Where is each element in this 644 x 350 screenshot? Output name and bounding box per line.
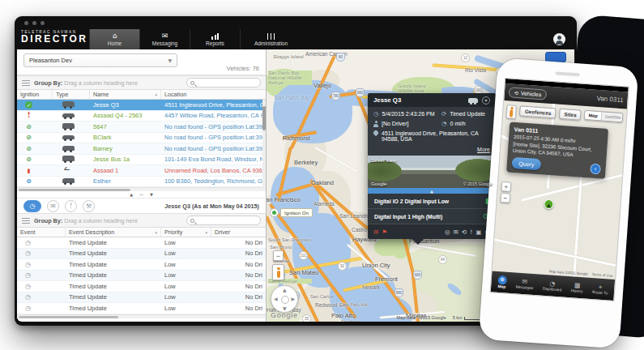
geofences-button[interactable]: Geofences (519, 105, 556, 118)
send-message-button[interactable]: ✉ (47, 200, 59, 212)
column-location[interactable]: Location (161, 90, 266, 99)
events-history-button[interactable]: ◷ (23, 200, 41, 212)
vehicle-search[interactable] (186, 78, 261, 88)
speed-gauge-icon: ◔ (441, 121, 447, 127)
more-link[interactable]: More (477, 147, 490, 152)
column-ignition[interactable]: Ignition (17, 90, 53, 99)
camera-icon[interactable]: ▣ (476, 228, 481, 236)
mobile-phone: ⟲ Vehicles Van 0311 Geofences Sites Map … (479, 58, 639, 348)
digital-io-row: Digital IO 2 Digital Input Low ▮ (368, 194, 496, 209)
vehicle-search-input[interactable] (197, 80, 254, 86)
pan-right-icon[interactable]: ▶ (291, 296, 295, 301)
table-row[interactable]: ◷ Timed Update Low No Dri (17, 303, 266, 314)
tab-messaging[interactable]: ✉ Messaging (139, 29, 190, 49)
street-view-image[interactable]: Street View Google © 2015 Google (368, 156, 496, 188)
message-icon[interactable]: ✉ (454, 228, 458, 236)
table-row[interactable]: ◷ Timed Update Low No Dri (17, 249, 266, 260)
table-row[interactable]: BClark No road found - GPS position Lat:… (17, 133, 266, 144)
alert-flag-icon[interactable]: ⚑ (382, 228, 387, 236)
phone-tab-messages[interactable]: ✉ Messages (515, 278, 534, 290)
column-event[interactable]: Event (17, 228, 66, 237)
table-row[interactable]: Esther 100 B360, Teddington, Richmond, G… (17, 177, 266, 188)
zoom-out-button[interactable]: − (500, 193, 510, 203)
panel-splitter[interactable]: ▲ — ▼ (17, 191, 266, 198)
table-row[interactable]: ◷ Timed Update Low No Dri (17, 271, 266, 282)
event-search[interactable] (186, 216, 261, 225)
alerts-button[interactable]: ! (65, 200, 77, 212)
vertical-scrollbar[interactable] (262, 100, 266, 190)
alert-envelope-icon[interactable]: ✉ (373, 228, 378, 236)
column-event-description[interactable]: Event Description (66, 228, 161, 237)
table-row[interactable]: Jesse Bus 1a 101-149 Eva Bond Road, Wind… (17, 155, 266, 166)
query-button[interactable]: Query (511, 157, 541, 170)
map-type-satellite[interactable]: Satellite (600, 112, 623, 122)
tools-button[interactable]: ⚒ (83, 200, 95, 212)
pegman-control[interactable] (272, 264, 284, 280)
sites-button[interactable]: Sites (559, 109, 582, 121)
zoom-in-button[interactable]: + (501, 181, 511, 192)
table-row[interactable]: ◷ Timed Update Low No Dri (17, 237, 266, 249)
window-minimize-button[interactable] (32, 21, 36, 25)
menu-icon[interactable] (22, 218, 30, 224)
table-row[interactable]: Assaad 1 Unnamed Road, Los Banos, CA 936… (17, 165, 266, 177)
clock-icon: ◷ (25, 293, 31, 301)
event-search-input[interactable] (197, 218, 254, 224)
pan-control[interactable]: ▲ ▼ ◀ ▶ (271, 285, 298, 313)
locate-icon[interactable]: ◎ (445, 228, 450, 236)
user-avatar[interactable] (553, 33, 565, 45)
back-button[interactable]: ⟲ Vehicles (509, 87, 548, 100)
column-type[interactable]: Type (53, 90, 90, 99)
window-close-button[interactable] (24, 21, 28, 25)
vehicle-count: Vehicles: 76 (227, 65, 259, 72)
horizontal-scrollbar[interactable] (17, 314, 266, 318)
pan-up-icon[interactable]: ▲ (283, 287, 287, 292)
phone-tab-history[interactable]: ▦ History (571, 281, 584, 293)
pan-left-icon[interactable]: ◀ (274, 296, 278, 301)
ignition-status-icon (25, 134, 32, 141)
fleet-selector-dropdown[interactable]: Pleasanton Dev ▼ (23, 53, 177, 67)
ignition-on-marker[interactable]: Ignition On (270, 208, 313, 217)
phone-tab-map[interactable]: ⊕ Map (497, 275, 507, 289)
table-row[interactable]: Barney No road found - GPS position Lat:… (17, 143, 266, 155)
popup-toolbar: ✉ ⚑ ◎ ✉ ⟲ ! ▣ ⚙ (368, 224, 496, 239)
column-name[interactable]: Name (90, 90, 161, 99)
history-icon[interactable]: ⟲ (462, 228, 467, 236)
popup-collapse-bar[interactable]: ▲ (368, 188, 496, 194)
collapse-up-icon[interactable]: ▲ (130, 192, 133, 197)
table-row[interactable]: 5647 No road found - GPS position Lat:39… (17, 122, 266, 133)
map-type-map[interactable]: Map (585, 111, 601, 120)
table-row[interactable]: ◷ Timed Update Low No Dri (17, 259, 266, 271)
chevron-left-circle-icon[interactable]: ‹ (590, 163, 601, 174)
scrollbar-thumb[interactable] (19, 189, 130, 191)
scrollbar-thumb[interactable] (262, 106, 266, 130)
phone-map[interactable]: Geofences Sites Map Satellite Van 0311 2… (493, 100, 627, 280)
pegman-control[interactable] (506, 105, 518, 119)
tab-home[interactable]: ⌂ Home (89, 29, 139, 49)
table-row[interactable]: Assaad Q4 - 2563 4457 Willow Road, Pleas… (17, 111, 266, 122)
phone-tab-route-to[interactable]: ⌖ Route To (592, 283, 608, 295)
column-driver[interactable]: Driver (211, 228, 266, 237)
chevron-down-circle-icon[interactable]: ▾ (482, 96, 490, 105)
scrollbar-thumb[interactable] (19, 316, 118, 318)
tab-administration[interactable]: Administration (240, 29, 301, 49)
window-zoom-button[interactable] (41, 21, 45, 25)
column-priority[interactable]: Priority (161, 228, 211, 237)
table-row[interactable]: ◷ Timed Update Low No Dri (17, 292, 266, 304)
zoom-out-button[interactable]: − (273, 250, 284, 261)
table-row[interactable]: ◷ Timed Update Low No Dri (17, 281, 266, 292)
pan-down-icon[interactable]: ▼ (283, 305, 287, 311)
alert-icon[interactable]: ! (470, 228, 472, 236)
horizontal-scrollbar[interactable] (17, 187, 266, 191)
phone-tab-dashboard[interactable]: ◔ Dashboard (543, 280, 562, 292)
phone-speaker (556, 71, 580, 76)
splitter-handle-icon[interactable]: — (139, 192, 143, 197)
tab-reports[interactable]: Reports (190, 29, 240, 49)
vehicle-type-icon (62, 123, 75, 129)
terms-link[interactable]: Terms of Use (591, 272, 612, 278)
phone-vehicle-marker[interactable]: ▲ (544, 199, 554, 210)
table-row[interactable]: Jesse Q3 4511 Inglewood Drive, Pleasanto… (17, 100, 266, 111)
ignition-status-icon (25, 123, 32, 130)
collapse-down-icon[interactable]: ▼ (150, 192, 153, 197)
menu-icon[interactable] (22, 80, 30, 86)
event-priority: Low (161, 293, 211, 301)
